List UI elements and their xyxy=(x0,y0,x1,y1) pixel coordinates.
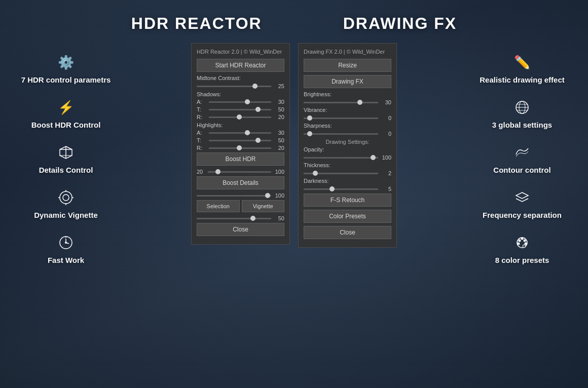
opacity-slider[interactable] xyxy=(304,154,378,161)
brightness-slider[interactable] xyxy=(304,99,378,105)
feature-details: Details Control xyxy=(15,138,117,178)
details-value: 100 xyxy=(273,192,284,199)
svg-point-27 xyxy=(523,245,526,248)
feature-fast-work-label: Fast Work xyxy=(48,256,84,264)
vignette-icon xyxy=(56,187,76,208)
brightness-row: 30 xyxy=(304,99,391,105)
gear-icon: ⚙️ xyxy=(56,52,76,72)
highlight-r-value: 20 xyxy=(273,145,284,151)
shadow-r-label: R: xyxy=(197,114,207,120)
svg-point-22 xyxy=(519,240,521,242)
fs-retouch-button[interactable]: F-S Retouch xyxy=(304,193,391,207)
header-title-left: HDR REACTOR xyxy=(131,14,262,33)
svg-point-5 xyxy=(63,195,69,201)
highlight-r-label: R: xyxy=(197,145,207,151)
svg-marker-20 xyxy=(516,192,528,199)
feature-color-presets-label: 8 color presets xyxy=(495,256,549,264)
sharpness-label: Sharpness: xyxy=(304,123,391,129)
midtone-label: Midtone Contrast: xyxy=(197,75,284,81)
start-hdr-button[interactable]: Start HDR Reactor xyxy=(197,59,284,72)
resize-button[interactable]: Resize xyxy=(304,59,391,72)
highlight-a-slider[interactable] xyxy=(209,130,271,136)
boost-hdr-button[interactable]: Boost HDR xyxy=(197,152,284,166)
midtone-slider[interactable] xyxy=(197,83,271,89)
boost-details-button[interactable]: Boost Details xyxy=(197,176,284,189)
selection-button[interactable]: Selection xyxy=(197,200,240,212)
shadow-t-row: T: 50 xyxy=(197,106,284,112)
shadow-a-slider[interactable] xyxy=(209,99,271,105)
header-title-right: DRAWING FX xyxy=(343,14,457,33)
feature-vignette: Dynamic Vignette xyxy=(15,183,117,223)
brightness-label: Brightness: xyxy=(304,91,391,97)
darkness-label: Darkness: xyxy=(304,178,391,184)
header: HDR REACTOR DRAWING FX xyxy=(0,0,588,43)
feature-global-settings-label: 3 global settings xyxy=(492,121,552,129)
midtone-value: 25 xyxy=(273,83,284,89)
vignette-slider-row: 50 xyxy=(197,215,284,221)
opacity-row: 100 xyxy=(304,154,391,161)
feature-freq-separation-label: Frequency separation xyxy=(483,211,562,219)
feature-hdr-params-label: 7 HDR control parametrs xyxy=(21,75,111,84)
boost-hdr-range-row: 20 100 xyxy=(197,169,284,175)
hdr-panel: HDR Reactor 2.0 | © Wild_WinDer Start HD… xyxy=(191,43,290,245)
darkness-slider[interactable] xyxy=(304,186,378,192)
highlight-a-row: A: 30 xyxy=(197,130,284,136)
shadows-label: Shadows: xyxy=(197,91,284,97)
drawing-fx-button[interactable]: Drawing FX xyxy=(304,75,391,88)
brightness-value: 30 xyxy=(380,99,391,105)
shadow-r-slider[interactable] xyxy=(209,114,271,120)
vibrance-slider[interactable] xyxy=(304,115,378,121)
hdr-panel-header: HDR Reactor 2.0 | © Wild_WinDer xyxy=(197,49,284,55)
highlight-a-value: 30 xyxy=(273,130,284,136)
vignette-value: 50 xyxy=(273,215,284,221)
feature-freq-separation: Frequency separation xyxy=(471,183,573,223)
feature-color-presets: 8 color presets xyxy=(471,228,573,268)
sharpness-slider[interactable] xyxy=(304,131,378,137)
sharpness-row: 0 xyxy=(304,131,391,137)
feature-global-settings: 3 global settings xyxy=(471,93,573,133)
shadow-t-value: 50 xyxy=(273,106,284,112)
shadow-a-value: 30 xyxy=(273,99,284,105)
shadow-t-slider[interactable] xyxy=(209,106,271,112)
vibrance-label: Vibrance: xyxy=(304,107,391,113)
feature-vignette-label: Dynamic Vignette xyxy=(34,211,98,219)
highlight-t-value: 50 xyxy=(273,137,284,143)
thickness-label: Thickness: xyxy=(304,162,391,168)
highlights-label: Highlights: xyxy=(197,122,284,128)
thickness-slider[interactable] xyxy=(304,170,378,176)
feature-contour-label: Contour control xyxy=(493,166,550,174)
color-presets-button[interactable]: Color Presets xyxy=(304,210,391,223)
shadow-r-value: 20 xyxy=(273,114,284,120)
selection-vignette-row: Selection Vignette xyxy=(197,200,284,212)
feature-boost-hdr-label: Boost HDR Control xyxy=(31,121,101,129)
thickness-value: 2 xyxy=(380,170,391,176)
darkness-value: 5 xyxy=(380,186,391,192)
pencil-icon: ✏️ xyxy=(512,52,532,72)
palette-icon xyxy=(512,232,532,253)
vignette-button[interactable]: Vignette xyxy=(242,200,285,212)
highlight-t-row: T: 50 xyxy=(197,137,284,143)
highlight-a-label: A: xyxy=(197,130,207,136)
opacity-label: Opacity: xyxy=(304,146,391,152)
svg-point-4 xyxy=(60,191,72,204)
highlight-r-slider[interactable] xyxy=(209,145,271,151)
feature-fast-work: Fast Work xyxy=(15,228,117,268)
clock-icon xyxy=(56,232,76,253)
highlight-t-slider[interactable] xyxy=(209,137,271,143)
details-slider[interactable] xyxy=(197,192,271,199)
boost-range-slider[interactable] xyxy=(208,169,271,175)
drawing-panel-header: Drawing FX 2.0 | © Wild_WinDer xyxy=(304,49,391,55)
shadow-a-row: A: 30 xyxy=(197,99,284,105)
shadow-a-label: A: xyxy=(197,99,207,105)
feature-drawing-effect: ✏️ Realistic drawing effect xyxy=(471,48,573,88)
contour-icon xyxy=(512,142,532,163)
vignette-slider[interactable] xyxy=(197,215,271,221)
drawing-close-button[interactable]: Close xyxy=(304,226,391,239)
features-right: ✏️ Realistic drawing effect 3 global set… xyxy=(471,43,573,268)
hdr-close-button[interactable]: Close xyxy=(197,223,284,236)
globe-icon xyxy=(512,97,532,118)
drawing-panel: Drawing FX 2.0 | © Wild_WinDer Resize Dr… xyxy=(298,43,397,248)
feature-boost-hdr: ⚡ Boost HDR Control xyxy=(15,93,117,133)
feature-contour: Contour control xyxy=(471,138,573,178)
cube-icon xyxy=(56,142,76,163)
